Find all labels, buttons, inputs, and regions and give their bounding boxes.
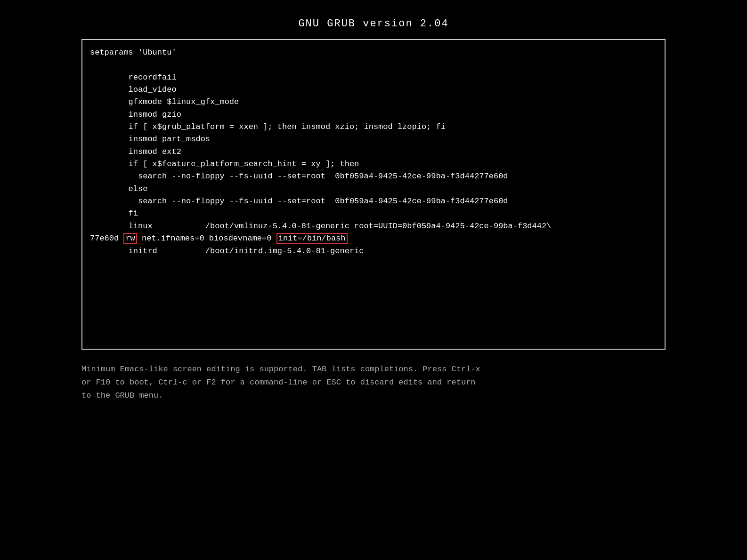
editor-box[interactable]: setparams 'Ubuntu' recordfail load_video…: [81, 39, 666, 350]
footer-help: Minimum Emacs-like screen editing is sup…: [81, 363, 666, 402]
line-loadvideo: load_video: [90, 84, 657, 96]
line-insmod-ext2: insmod ext2: [90, 146, 657, 158]
line-gfxmode: gfxmode $linux_gfx_mode: [90, 96, 657, 108]
line-if-feature: if [ x$feature_platform_search_hint = xy…: [90, 158, 657, 170]
grub-title: GNU GRUB version 2.04: [298, 18, 448, 30]
line-search2: search --no-floppy --fs-uuid --set=root …: [90, 195, 657, 208]
highlight-rw: rw: [123, 233, 137, 244]
line-insmod-gzio: insmod gzio: [90, 109, 657, 121]
line-blank1: [90, 59, 657, 71]
line-initrd: initrd /boot/initrd.img-5.4.0-81-generic: [90, 245, 657, 257]
line-insmod-part: insmod part_msdos: [90, 133, 657, 145]
line-recordfail: recordfail: [90, 72, 657, 84]
line-linux1: linux /boot/vmlinuz-5.4.0-81-generic roo…: [90, 220, 657, 232]
highlight-init: init=/bin/bash: [276, 233, 348, 244]
line-fi: fi: [90, 208, 657, 220]
footer-line1: Minimum Emacs-like screen editing is sup…: [81, 363, 666, 376]
line-setparams: setparams 'Ubuntu': [90, 47, 657, 59]
footer-line3: to the GRUB menu.: [81, 389, 666, 402]
line-if-xen: if [ x$grub_platform = xxen ]; then insm…: [90, 121, 657, 133]
line-linux2: 77e60d rw net.ifnames=0 biosdevname=0 in…: [90, 232, 657, 245]
line-else: else: [90, 183, 657, 195]
line-search1: search --no-floppy --fs-uuid --set=root …: [90, 170, 657, 183]
footer-line2: or F10 to boot, Ctrl-c or F2 for a comma…: [81, 376, 666, 389]
